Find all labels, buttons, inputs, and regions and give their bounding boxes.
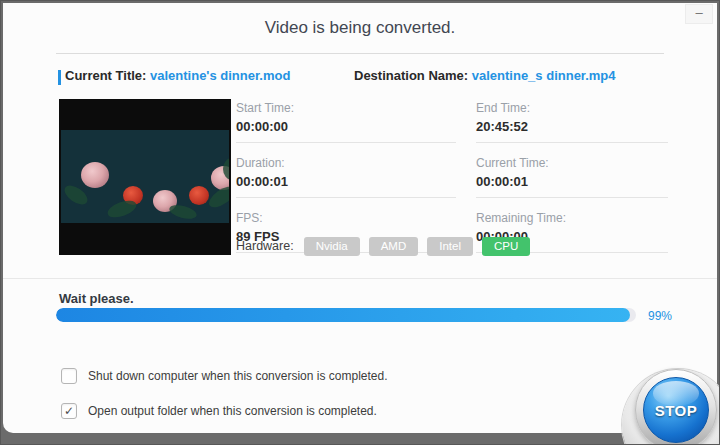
current-title: Current Title: valentine's dinner.mod bbox=[65, 68, 290, 83]
progress-percent: 99% bbox=[648, 309, 672, 323]
field-start-time: Start Time: 00:00:00 bbox=[236, 101, 456, 143]
hardware-label: Hardware: bbox=[236, 239, 294, 253]
field-current-time: Current Time: 00:00:01 bbox=[476, 156, 668, 198]
destination-name: Destination Name: valentine_s dinner.mp4 bbox=[354, 68, 616, 83]
hardware-option-nvidia[interactable]: Nvidia bbox=[304, 237, 360, 256]
stop-button[interactable]: STOP bbox=[635, 369, 717, 445]
status-text: Wait please. bbox=[59, 291, 134, 306]
leaf-image bbox=[106, 197, 139, 220]
video-thumbnail bbox=[59, 99, 231, 255]
video-preview-frame bbox=[61, 130, 229, 223]
hardware-option-cpu[interactable]: CPU bbox=[482, 237, 530, 256]
progress-bar-track bbox=[56, 308, 636, 322]
end-time-label: End Time: bbox=[476, 101, 668, 115]
stop-button-sphere: STOP bbox=[643, 377, 709, 443]
shutdown-computer-label: Shut down computer when this conversion … bbox=[88, 369, 388, 383]
remaining-time-label: Remaining Time: bbox=[476, 211, 668, 225]
stop-button-label: STOP bbox=[655, 402, 698, 419]
option-row-open-output-folder: ✓Open output folder when this conversion… bbox=[61, 399, 388, 423]
fps-label: FPS: bbox=[236, 211, 456, 225]
hardware-option-amd[interactable]: AMD bbox=[369, 237, 419, 256]
title-divider bbox=[56, 53, 664, 54]
converter-window: – Video is being converted. Current Titl… bbox=[0, 0, 720, 445]
current-title-label: Current Title: bbox=[65, 68, 146, 83]
open-output-folder-checkbox[interactable]: ✓ bbox=[61, 403, 77, 419]
current-title-accent-bar bbox=[58, 70, 61, 85]
open-output-folder-label: Open output folder when this conversion … bbox=[88, 404, 377, 418]
progress-fill bbox=[56, 308, 630, 322]
duration-label: Duration: bbox=[236, 156, 456, 170]
current-time-label: Current Time: bbox=[476, 156, 668, 170]
rose-image bbox=[81, 162, 109, 188]
page-title: Video is being converted. bbox=[1, 18, 719, 38]
minimize-button[interactable]: – bbox=[685, 4, 713, 24]
field-end-time: End Time: 20:45:52 bbox=[476, 101, 668, 143]
start-time-label: Start Time: bbox=[236, 101, 456, 115]
shutdown-computer-checkbox[interactable] bbox=[61, 368, 77, 384]
rose-image bbox=[189, 186, 209, 205]
field-duration: Duration: 00:00:01 bbox=[236, 156, 456, 198]
end-time-value: 20:45:52 bbox=[476, 119, 668, 134]
option-row-shutdown-computer: Shut down computer when this conversion … bbox=[61, 364, 388, 388]
current-title-value: valentine's dinner.mod bbox=[150, 68, 290, 83]
destination-name-value: valentine_s dinner.mp4 bbox=[472, 68, 616, 83]
current-time-value: 00:00:01 bbox=[476, 174, 668, 189]
options-list: Shut down computer when this conversion … bbox=[61, 364, 388, 434]
duration-value: 00:00:01 bbox=[236, 174, 456, 189]
leaf-image bbox=[168, 203, 198, 222]
start-time-value: 00:00:00 bbox=[236, 119, 456, 134]
hardware-option-intel[interactable]: Intel bbox=[427, 237, 473, 256]
section-divider bbox=[3, 278, 717, 279]
hardware-options: NvidiaAMDIntelCPU bbox=[304, 236, 540, 256]
destination-name-label: Destination Name: bbox=[354, 68, 468, 83]
hardware-row: Hardware: NvidiaAMDIntelCPU bbox=[236, 236, 539, 256]
